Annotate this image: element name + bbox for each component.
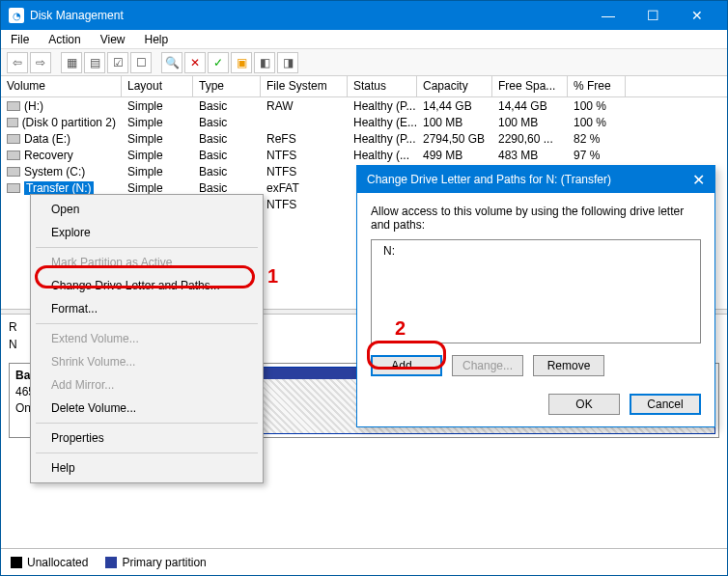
context-menu: OpenExploreMark Partition as ActiveChang… [30, 194, 264, 483]
cell: (H:) [1, 98, 122, 114]
cell: Healthy (P... [348, 131, 417, 147]
cell: Basic [193, 164, 261, 179]
cell: Simple [122, 131, 193, 147]
col-type[interactable]: Type [193, 76, 261, 96]
menu-action[interactable]: Action [44, 31, 84, 48]
col-pct[interactable]: % Free [568, 76, 626, 96]
cell: RAW [261, 98, 348, 114]
table-row[interactable]: Data (E:)SimpleBasicReFSHealthy (P...279… [1, 130, 727, 147]
drive-letter: N: [383, 244, 395, 258]
cell: 2290,60 ... [492, 131, 568, 147]
menu-separator [36, 423, 258, 424]
tool-icon[interactable]: ☑ [107, 52, 128, 73]
minimize-button[interactable]: — [586, 1, 630, 30]
cell: Recovery [1, 148, 122, 163]
col-status[interactable]: Status [348, 76, 417, 96]
menu-item: Shrink Volume... [34, 350, 260, 373]
cell: 2794,50 GB [417, 131, 492, 147]
back-button[interactable]: ⇦ [7, 52, 28, 73]
path-list[interactable]: N: [371, 239, 701, 343]
cell: NTFS [261, 164, 348, 179]
menu-help[interactable]: Help [141, 31, 173, 48]
cell: Simple [122, 115, 193, 130]
tool-icon[interactable]: 🔍 [161, 52, 182, 73]
app-icon: ◔ [9, 8, 24, 23]
window-buttons: — ☐ ✕ [586, 1, 719, 30]
tool-icon[interactable]: ☐ [130, 52, 152, 73]
menu-item[interactable]: Open [34, 198, 260, 221]
add-button[interactable]: Add... [371, 355, 442, 376]
list-item[interactable]: N: [378, 244, 694, 258]
menu-separator [36, 323, 258, 324]
change-button[interactable]: Change... [452, 355, 523, 376]
drive-icon [7, 151, 20, 160]
tool-icon[interactable]: ▤ [84, 52, 105, 73]
cell: (Disk 0 partition 2) [1, 115, 122, 130]
close-button[interactable]: ✕ [675, 1, 719, 30]
legend-unallocated: Unallocated [27, 556, 88, 569]
tool-icon[interactable]: ✓ [208, 52, 229, 73]
cell [261, 122, 348, 123]
cell: Simple [122, 148, 193, 163]
menu-item[interactable]: Help [34, 456, 260, 480]
menu-item[interactable]: Format... [34, 297, 260, 320]
toolbar: ⇦ ⇨ ▦ ▤ ☑ ☐ 🔍 ✕ ✓ ▣ ◧ ◨ [1, 49, 727, 76]
cell: 100 MB [492, 115, 568, 130]
cell: exFAT [261, 180, 348, 196]
cell: Basic [193, 115, 261, 130]
cell: Simple [122, 98, 193, 114]
grid-header: Volume Layout Type File System Status Ca… [1, 76, 727, 97]
change-letter-dialog: Change Drive Letter and Paths for N: (Tr… [356, 165, 715, 427]
legend-primary: Primary partition [122, 556, 206, 569]
drive-icon [7, 118, 18, 127]
drive-icon [7, 101, 20, 111]
menu-separator [36, 453, 258, 453]
tool-icon[interactable]: ◨ [277, 52, 298, 73]
cell: 97 % [568, 148, 626, 163]
cell: Basic [193, 148, 261, 163]
menu-item: Mark Partition as Active [34, 251, 260, 274]
cell: 100 MB [417, 115, 492, 130]
maximize-button[interactable]: ☐ [630, 1, 675, 30]
delete-icon[interactable]: ✕ [184, 52, 206, 73]
menu-item[interactable]: Delete Volume... [34, 397, 260, 420]
tool-icon[interactable]: ▣ [231, 52, 252, 73]
swatch-primary-icon [105, 557, 117, 568]
col-capacity[interactable]: Capacity [417, 76, 492, 96]
cell: Healthy (... [348, 148, 417, 163]
table-row[interactable]: (Disk 0 partition 2)SimpleBasicHealthy (… [1, 114, 727, 130]
col-layout[interactable]: Layout [122, 76, 193, 96]
ok-button[interactable]: OK [548, 394, 620, 415]
cell: 14,44 GB [417, 98, 492, 114]
legend: Unallocated Primary partition [1, 548, 727, 575]
dialog-title: Change Drive Letter and Paths for N: (Tr… [367, 173, 611, 186]
table-row[interactable]: RecoverySimpleBasicNTFSHealthy (...499 M… [1, 147, 727, 163]
table-row[interactable]: (H:)SimpleBasicRAWHealthy (P...14,44 GB1… [1, 97, 727, 114]
drive-icon [7, 134, 20, 144]
menubar: File Action View Help [1, 30, 727, 49]
menu-item[interactable]: Properties [34, 426, 260, 450]
forward-button[interactable]: ⇨ [30, 52, 51, 73]
col-free[interactable]: Free Spa... [492, 76, 568, 96]
menu-file[interactable]: File [7, 31, 33, 48]
separator [154, 52, 159, 73]
col-fs[interactable]: File System [261, 76, 348, 96]
cancel-button[interactable]: Cancel [630, 394, 701, 415]
menu-item[interactable]: Change Drive Letter and Paths... [34, 274, 260, 297]
menu-view[interactable]: View [97, 31, 129, 48]
cell: Data (E:) [1, 131, 122, 147]
menu-item[interactable]: Explore [34, 221, 260, 244]
window-title: Disk Management [30, 9, 586, 22]
remove-button[interactable]: Remove [533, 355, 604, 376]
tool-icon[interactable]: ▦ [61, 52, 82, 73]
tool-icon[interactable]: ◧ [254, 52, 275, 73]
cell: 483 MB [492, 148, 568, 163]
cell: System (C:) [1, 164, 122, 179]
col-volume[interactable]: Volume [1, 76, 122, 96]
cell: 100 % [568, 98, 626, 114]
titlebar: ◔ Disk Management — ☐ ✕ [1, 1, 727, 30]
cell: Simple [122, 164, 193, 179]
dialog-close-icon[interactable]: ✕ [692, 171, 705, 189]
cell: Healthy (E... [348, 115, 417, 130]
cell: 100 % [568, 115, 626, 130]
